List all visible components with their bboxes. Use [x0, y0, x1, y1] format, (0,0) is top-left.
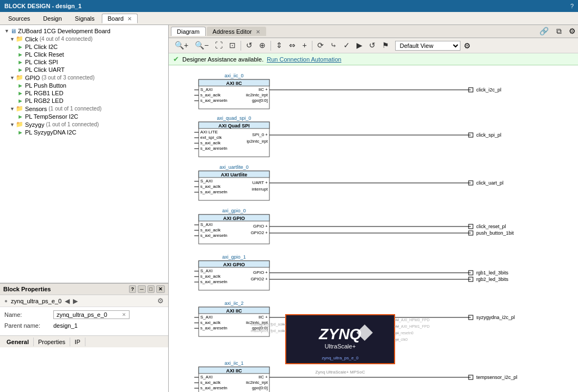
diagram-gear-btn[interactable]: ⚙ — [569, 27, 576, 35]
refresh2-btn[interactable]: ↺ — [366, 40, 378, 51]
tree-item-click-reset[interactable]: ► PL Click Reset — [0, 51, 168, 58]
svg-text:iic2intc_irpt: iic2intc_irpt — [246, 380, 268, 385]
bottom-tab-ip[interactable]: IP — [70, 338, 85, 346]
tree-folder-gpio[interactable]: ▼ 📁 GPIO (3 out of 3 connected) — [0, 74, 168, 82]
svg-text:iic2intc_irpt: iic2intc_irpt — [246, 93, 268, 97]
prop-name-value-box[interactable]: zynq_ultra_ps_e_0 ✕ — [53, 310, 130, 319]
svg-text:UltraScale+: UltraScale+ — [324, 343, 355, 350]
svg-text:s_axi_aclk: s_axi_aclk — [200, 140, 221, 145]
run-connection-automation-link[interactable]: Run Connection Automation — [267, 56, 341, 63]
main-layout: ▼ 🖥 ZUBoard 1CG Development Board ▼ 📁 Cl… — [0, 25, 578, 392]
tree-item-click-spi[interactable]: ► PL Click SPI — [0, 58, 168, 66]
bottom-tab-general[interactable]: General — [2, 338, 34, 346]
prop-name-value: zynq_ultra_ps_e_0 — [57, 311, 107, 318]
block-props-gear-btn[interactable]: ⚙ — [157, 297, 164, 305]
sensors-arrow: ▼ — [10, 106, 15, 112]
component-icon: ► — [17, 66, 23, 73]
fit-selection-btn[interactable]: ⊡ — [226, 40, 238, 51]
component-icon: ► — [17, 97, 23, 104]
prop-name-clear[interactable]: ✕ — [122, 312, 126, 317]
svg-text:S_AXI: S_AXI — [200, 179, 213, 183]
block-props-forward-btn[interactable]: ▶ — [73, 297, 78, 305]
block-props-back-btn[interactable]: ◀ — [65, 297, 70, 305]
tree-folder-click[interactable]: ▼ 📁 Click (4 out of 4 connected) — [0, 35, 168, 43]
tree-item-click-i2c[interactable]: ► PL Click I2C — [0, 43, 168, 51]
tab-sources[interactable]: Sources — [2, 14, 36, 23]
flip-horiz-btn[interactable]: ⇔ — [286, 40, 298, 51]
svg-text:s_axi_aresetn: s_axi_aresetn — [200, 146, 227, 151]
validate-btn[interactable]: ✓ — [341, 40, 353, 51]
zoom-in-btn[interactable]: 🔍+ — [172, 40, 191, 51]
svg-text:axi_quad_spi_0: axi_quad_spi_0 — [217, 115, 251, 121]
svg-text:s_axi_aclk: s_axi_aclk — [200, 320, 221, 325]
tab-board[interactable]: Board ✕ — [102, 14, 138, 23]
magnify-btn[interactable]: ⊕ — [256, 40, 268, 51]
svg-text:Zynq UltraScale+ MPSoC: Zynq UltraScale+ MPSoC — [315, 370, 365, 375]
toolbar-settings-btn[interactable]: ⚙ — [464, 41, 471, 50]
refresh-btn[interactable]: ↺ — [243, 40, 255, 51]
tree-root[interactable]: ▼ 🖥 ZUBoard 1CG Development Board — [0, 27, 168, 35]
zynq-block[interactable]: ZYNQ UltraScale+ maxihpm0_fpd_aclk maxih… — [251, 315, 430, 375]
svg-text:UART +: UART + — [253, 180, 268, 185]
click-arrow: ▼ — [10, 36, 15, 42]
block-props-maximize-btn[interactable]: □ — [147, 285, 155, 293]
gpio-arrow: ▼ — [10, 75, 15, 81]
bottom-tab-properties[interactable]: Properties — [34, 338, 70, 346]
tree-item-tempsensor[interactable]: ► PL TempSensor I2C — [0, 113, 168, 120]
fit-btn[interactable]: ⛶ — [212, 40, 225, 51]
window-title: BLOCK DESIGN - design_1 — [4, 3, 82, 9]
block-axi-iic-1[interactable]: axi_iic_1 AXI IIC S_AXI s_axi_aclk s_axi… — [194, 360, 518, 392]
tab-design[interactable]: Design — [37, 14, 67, 23]
syzygy-arrow: ▼ — [10, 122, 15, 127]
component-icon: ► — [17, 59, 23, 65]
tab-address-editor[interactable]: Address Editor ✕ — [207, 27, 266, 36]
zoom-out-btn[interactable]: 🔍− — [192, 40, 211, 51]
block-props-close-btn[interactable]: ✕ — [156, 285, 165, 293]
tab-diagram[interactable]: Diagram — [171, 27, 206, 36]
block-props-help-btn[interactable]: ? — [129, 285, 137, 293]
tab-board-close[interactable]: ✕ — [127, 16, 132, 22]
svg-text:M_AXI_HPM0_FPD: M_AXI_HPM0_FPD — [396, 318, 429, 322]
prop-parent-label: Parent name: — [4, 322, 53, 329]
flip-vert-btn[interactable]: ⇕ — [273, 40, 285, 51]
drc-btn[interactable]: ⚑ — [379, 40, 392, 51]
block-props-minimize-btn[interactable]: ─ — [138, 285, 145, 293]
route-btn[interactable]: ⤷ — [328, 40, 340, 51]
diagram-window-btn[interactable]: ⧉ — [554, 26, 564, 37]
tab-signals[interactable]: Signals — [69, 14, 101, 23]
diagram-canvas[interactable]: axi_iic_0 AXI IIC S_AXI s_axi_aclk s_axi… — [169, 65, 578, 392]
tree-item-click-uart[interactable]: ► PL Click UART — [0, 66, 168, 74]
run-btn[interactable]: ▶ — [354, 40, 365, 51]
diagram-link-btn[interactable]: 🔗 — [537, 26, 551, 37]
block-axi-gpio-1[interactable]: axi_gpio_1 AXI GPIO S_AXI s_axi_aclk s_a… — [194, 254, 509, 290]
address-editor-close[interactable]: ✕ — [256, 29, 260, 35]
svg-text:axi_iic_0: axi_iic_0 — [224, 73, 243, 78]
add-ip-btn[interactable]: + — [299, 40, 309, 51]
view-select[interactable]: Default View Floorplan View Interface Vi… — [395, 41, 460, 51]
tree-item-rgb2[interactable]: ► PL RGB2 LED — [0, 97, 168, 105]
tree-item-syzygydna[interactable]: ► PL SyzygyDNA I2C — [0, 128, 168, 136]
tree-folder-syzygy[interactable]: ▼ 📁 Syzygy (1 out of 1 connected) — [0, 120, 168, 128]
component-icon: ► — [17, 90, 23, 96]
tree-item-rgb1[interactable]: ► PL RGB1 LED — [0, 89, 168, 97]
block-axi-iic-0[interactable]: axi_iic_0 AXI IIC S_AXI s_axi_aclk s_axi… — [194, 73, 501, 109]
designer-check-icon: ✔ — [173, 55, 179, 63]
help-button[interactable]: ? — [570, 3, 574, 9]
diagram-tab-bar: Diagram Address Editor ✕ 🔗 ⧉ ⚙ — [169, 25, 578, 38]
title-bar: BLOCK DESIGN - design_1 ? — [0, 0, 578, 12]
svg-text:rgb2_led_3bits: rgb2_led_3bits — [476, 277, 509, 282]
toolbar-sep3 — [312, 41, 312, 51]
tree-folder-sensors[interactable]: ▼ 📁 Sensors (1 out of 1 connected) — [0, 105, 168, 113]
svg-text:zynq_ultra_ps_e_0: zynq_ultra_ps_e_0 — [322, 356, 359, 360]
svg-text:s_axi_aclk: s_axi_aclk — [200, 274, 221, 279]
tree-item-push-button[interactable]: ► PL Push Button — [0, 82, 168, 89]
block-axi-quad-spi-0[interactable]: axi_quad_spi_0 AXI Quad SPI AXI LITE ext… — [194, 115, 501, 157]
svg-text:SPI_0 +: SPI_0 + — [252, 132, 268, 137]
block-axi-gpio-0[interactable]: axi_gpio_0 AXI GPIO S_AXI s_axi_aclk s_a… — [194, 208, 514, 244]
svg-text:S_AXI: S_AXI — [200, 268, 213, 273]
block-axi-uartlite-0[interactable]: axi_uartlite_0 AXI Uartlite S_AXI s_axi_… — [194, 164, 503, 200]
syzygy-folder-icon: 📁 — [16, 121, 23, 128]
autoconnect-btn[interactable]: ⟳ — [315, 40, 327, 51]
svg-text:s_axi_aclk: s_axi_aclk — [200, 380, 221, 385]
svg-text:ZYNQ: ZYNQ — [318, 326, 361, 342]
